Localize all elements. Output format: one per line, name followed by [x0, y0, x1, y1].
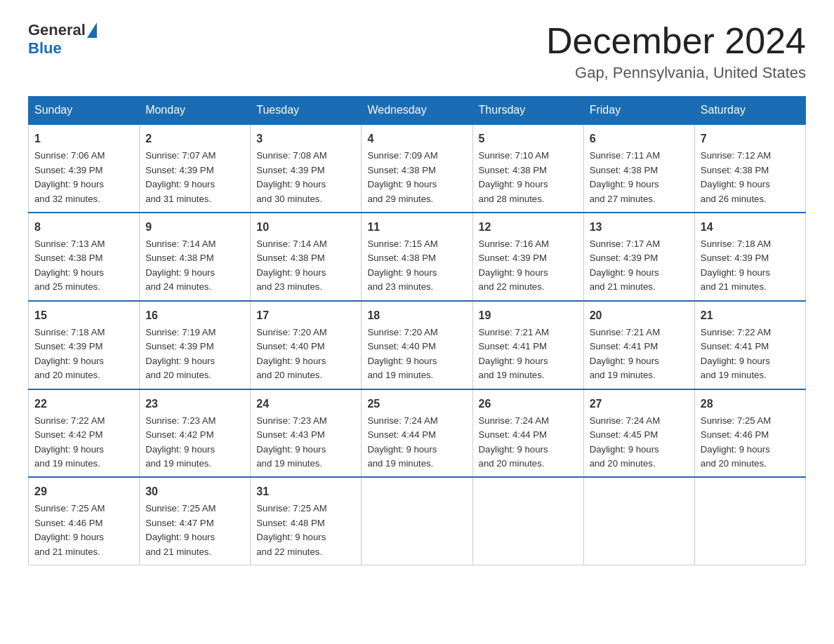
day-number: 1: [34, 130, 133, 147]
calendar-cell: 27 Sunrise: 7:24 AMSunset: 4:45 PMDaylig…: [583, 389, 694, 478]
day-number: 2: [145, 130, 244, 147]
column-header-wednesday: Wednesday: [362, 97, 472, 125]
day-number: 31: [256, 483, 355, 500]
calendar-cell: 30 Sunrise: 7:25 AMSunset: 4:47 PMDaylig…: [140, 477, 251, 565]
day-number: 22: [34, 396, 133, 412]
day-info: Sunrise: 7:25 AMSunset: 4:46 PMDaylight:…: [34, 503, 105, 556]
day-info: Sunrise: 7:17 AMSunset: 4:39 PMDaylight:…: [590, 239, 660, 292]
calendar-cell: 16 Sunrise: 7:19 AMSunset: 4:39 PMDaylig…: [140, 301, 251, 389]
calendar-cell: 9 Sunrise: 7:14 AMSunset: 4:38 PMDayligh…: [140, 213, 251, 301]
calendar-cell: 12 Sunrise: 7:16 AMSunset: 4:39 PMDaylig…: [472, 213, 583, 301]
calendar-cell: [472, 477, 583, 565]
day-info: Sunrise: 7:18 AMSunset: 4:39 PMDaylight:…: [701, 239, 771, 292]
calendar-cell: 11 Sunrise: 7:15 AMSunset: 4:38 PMDaylig…: [362, 213, 472, 301]
day-number: 8: [34, 219, 133, 236]
calendar-cell: 29 Sunrise: 7:25 AMSunset: 4:46 PMDaylig…: [29, 477, 140, 565]
day-number: 11: [367, 219, 466, 236]
day-number: 16: [145, 307, 244, 324]
page-subtitle: Gap, Pennsylvania, United States: [546, 64, 806, 82]
calendar-cell: 8 Sunrise: 7:13 AMSunset: 4:38 PMDayligh…: [29, 213, 140, 301]
calendar-cell: 1 Sunrise: 7:06 AMSunset: 4:39 PMDayligh…: [29, 124, 140, 213]
calendar-cell: 25 Sunrise: 7:24 AMSunset: 4:44 PMDaylig…: [362, 389, 472, 478]
calendar-cell: 6 Sunrise: 7:11 AMSunset: 4:38 PMDayligh…: [583, 124, 694, 213]
day-number: 6: [590, 130, 689, 147]
calendar-week-row: 22 Sunrise: 7:22 AMSunset: 4:42 PMDaylig…: [29, 389, 806, 478]
calendar-cell: 17 Sunrise: 7:20 AMSunset: 4:40 PMDaylig…: [251, 301, 362, 389]
calendar-cell: 31 Sunrise: 7:25 AMSunset: 4:48 PMDaylig…: [251, 477, 362, 565]
day-info: Sunrise: 7:21 AMSunset: 4:41 PMDaylight:…: [590, 327, 660, 380]
calendar-week-row: 1 Sunrise: 7:06 AMSunset: 4:39 PMDayligh…: [29, 124, 806, 213]
day-info: Sunrise: 7:21 AMSunset: 4:41 PMDaylight:…: [479, 327, 549, 380]
day-info: Sunrise: 7:14 AMSunset: 4:38 PMDaylight:…: [256, 239, 326, 292]
day-info: Sunrise: 7:11 AMSunset: 4:38 PMDaylight:…: [590, 150, 660, 203]
calendar-cell: 21 Sunrise: 7:22 AMSunset: 4:41 PMDaylig…: [694, 301, 805, 389]
calendar-cell: 20 Sunrise: 7:21 AMSunset: 4:41 PMDaylig…: [583, 301, 694, 389]
day-number: 20: [590, 307, 689, 324]
day-info: Sunrise: 7:14 AMSunset: 4:38 PMDaylight:…: [145, 239, 216, 292]
day-number: 12: [479, 219, 578, 236]
column-header-friday: Friday: [583, 97, 694, 125]
day-info: Sunrise: 7:18 AMSunset: 4:39 PMDaylight:…: [34, 327, 105, 380]
day-number: 4: [367, 130, 466, 147]
day-number: 5: [479, 130, 578, 147]
day-number: 27: [590, 396, 689, 412]
day-info: Sunrise: 7:25 AMSunset: 4:47 PMDaylight:…: [145, 503, 216, 556]
calendar-week-row: 29 Sunrise: 7:25 AMSunset: 4:46 PMDaylig…: [29, 477, 806, 565]
calendar-cell: 28 Sunrise: 7:25 AMSunset: 4:46 PMDaylig…: [694, 389, 805, 478]
day-info: Sunrise: 7:10 AMSunset: 4:38 PMDaylight:…: [479, 150, 549, 203]
calendar-cell: 4 Sunrise: 7:09 AMSunset: 4:38 PMDayligh…: [362, 124, 472, 213]
day-number: 28: [701, 396, 800, 412]
day-info: Sunrise: 7:22 AMSunset: 4:41 PMDaylight:…: [701, 327, 771, 380]
calendar-cell: [694, 477, 805, 565]
day-number: 18: [367, 307, 466, 324]
day-info: Sunrise: 7:20 AMSunset: 4:40 PMDaylight:…: [367, 327, 437, 380]
day-number: 13: [590, 219, 689, 236]
column-header-saturday: Saturday: [694, 97, 805, 125]
calendar-cell: 10 Sunrise: 7:14 AMSunset: 4:38 PMDaylig…: [251, 213, 362, 301]
calendar-cell: 23 Sunrise: 7:23 AMSunset: 4:42 PMDaylig…: [140, 389, 251, 478]
day-info: Sunrise: 7:13 AMSunset: 4:38 PMDaylight:…: [34, 239, 105, 292]
logo-triangle-icon: [87, 22, 97, 38]
day-number: 24: [256, 396, 355, 412]
day-number: 14: [701, 219, 800, 236]
calendar-cell: 26 Sunrise: 7:24 AMSunset: 4:44 PMDaylig…: [472, 389, 583, 478]
day-info: Sunrise: 7:08 AMSunset: 4:39 PMDaylight:…: [256, 150, 326, 203]
day-info: Sunrise: 7:07 AMSunset: 4:39 PMDaylight:…: [145, 150, 216, 203]
day-number: 21: [701, 307, 800, 324]
calendar-cell: 24 Sunrise: 7:23 AMSunset: 4:43 PMDaylig…: [251, 389, 362, 478]
day-number: 17: [256, 307, 355, 324]
day-info: Sunrise: 7:24 AMSunset: 4:44 PMDaylight:…: [479, 415, 549, 469]
day-number: 30: [145, 483, 244, 500]
day-number: 7: [701, 130, 800, 147]
day-info: Sunrise: 7:24 AMSunset: 4:45 PMDaylight:…: [590, 415, 660, 469]
calendar-cell: 3 Sunrise: 7:08 AMSunset: 4:39 PMDayligh…: [251, 124, 362, 213]
calendar-cell: 13 Sunrise: 7:17 AMSunset: 4:39 PMDaylig…: [583, 213, 694, 301]
logo-general-text: General: [28, 21, 86, 39]
calendar-cell: 2 Sunrise: 7:07 AMSunset: 4:39 PMDayligh…: [140, 124, 251, 213]
calendar-cell: 7 Sunrise: 7:12 AMSunset: 4:38 PMDayligh…: [694, 124, 805, 213]
day-info: Sunrise: 7:23 AMSunset: 4:42 PMDaylight:…: [145, 415, 216, 469]
column-header-tuesday: Tuesday: [251, 97, 362, 125]
logo: General Blue: [28, 21, 98, 58]
calendar-cell: 19 Sunrise: 7:21 AMSunset: 4:41 PMDaylig…: [472, 301, 583, 389]
day-number: 3: [256, 130, 355, 147]
day-info: Sunrise: 7:24 AMSunset: 4:44 PMDaylight:…: [367, 415, 437, 469]
title-section: December 2024 Gap, Pennsylvania, United …: [546, 21, 806, 82]
day-info: Sunrise: 7:19 AMSunset: 4:39 PMDaylight:…: [145, 327, 216, 380]
day-info: Sunrise: 7:09 AMSunset: 4:38 PMDaylight:…: [367, 150, 437, 203]
page-title: December 2024: [546, 21, 806, 61]
page-header: General Blue December 2024 Gap, Pennsylv…: [28, 21, 806, 82]
calendar-cell: 22 Sunrise: 7:22 AMSunset: 4:42 PMDaylig…: [29, 389, 140, 478]
day-number: 26: [479, 396, 578, 412]
day-info: Sunrise: 7:20 AMSunset: 4:40 PMDaylight:…: [256, 327, 326, 380]
day-number: 29: [34, 483, 133, 500]
day-info: Sunrise: 7:23 AMSunset: 4:43 PMDaylight:…: [256, 415, 326, 469]
calendar-cell: 15 Sunrise: 7:18 AMSunset: 4:39 PMDaylig…: [29, 301, 140, 389]
calendar-table: SundayMondayTuesdayWednesdayThursdayFrid…: [28, 96, 806, 565]
calendar-cell: [362, 477, 472, 565]
calendar-header-row: SundayMondayTuesdayWednesdayThursdayFrid…: [29, 97, 806, 125]
day-info: Sunrise: 7:25 AMSunset: 4:48 PMDaylight:…: [256, 503, 326, 556]
day-number: 10: [256, 219, 355, 236]
day-info: Sunrise: 7:15 AMSunset: 4:38 PMDaylight:…: [367, 239, 437, 292]
column-header-sunday: Sunday: [29, 97, 140, 125]
